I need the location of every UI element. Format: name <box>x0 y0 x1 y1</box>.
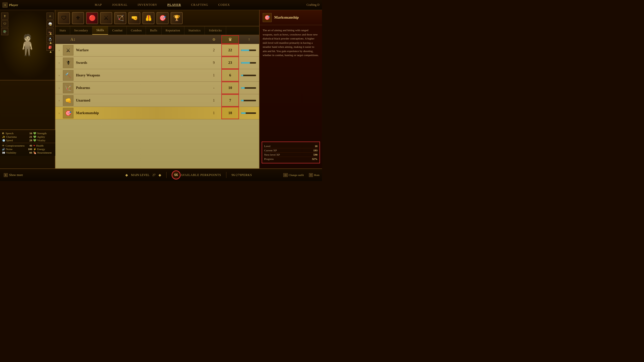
unarmed-expand[interactable]: › <box>55 99 63 102</box>
stat-speed-row: 💨Speed 28 <box>2 139 32 142</box>
player-icon: A <box>4 4 6 6</box>
polearms-expand[interactable]: › <box>55 86 63 90</box>
skill-row-unarmed[interactable]: › 👊 Unarmed 1 7 <box>55 94 259 107</box>
character-display: 🗡 🛡 🪖 🧍 ⚔ 🥋 👞 💍 🎒 ▲ ▲ ▲ ▲ <box>0 10 55 80</box>
right-panel-description: The art of aiming and hitting with range… <box>260 25 322 60</box>
perks-label: PERKS <box>242 173 252 177</box>
nav-center: MAP JOURNAL INVENTORY PLAYER CRAFTING CO… <box>21 3 304 7</box>
skills-header: A↕ ⚙ ♛ ↑ <box>55 35 259 44</box>
shield-icon-2[interactable]: ⚜ <box>72 12 84 24</box>
gear-icon: ⚙ <box>212 38 216 41</box>
shield-icon-5[interactable]: 🏹 <box>114 12 126 24</box>
shield-icon-1[interactable]: 🛡 <box>58 12 70 24</box>
main-level-value: 27 <box>152 173 155 177</box>
col-arrow-header: ↑ <box>239 37 259 42</box>
perk-points-circle: 66 <box>172 170 181 179</box>
heavy-weapons-expand[interactable]: › <box>55 73 63 77</box>
perk-divider-2 <box>226 172 226 178</box>
marksmanship-icon: 🎯 <box>63 108 73 118</box>
right-stat-progress-row: Progress 32% <box>264 157 317 161</box>
shield-icon-9[interactable]: 🏆 <box>171 12 183 24</box>
stat-vitality-label: 💚Vitality <box>33 139 46 142</box>
nav-journal[interactable]: JOURNAL <box>112 3 128 7</box>
stat-energy-label: ⚡Energy <box>33 148 45 151</box>
tab-reputation[interactable]: Reputation <box>162 26 184 35</box>
left-equipment-slots: 🗡 🛡 🪖 <box>1 13 8 35</box>
marksmanship-name: Marksmanship <box>76 111 206 115</box>
skill-row-heavy-weapons[interactable]: › 🔨 Heavy Weapons 1 6 <box>55 69 259 82</box>
crafting-shortcut-key: D <box>317 3 319 7</box>
show-more-area[interactable]: E Show more <box>0 173 27 177</box>
help-key: T <box>309 173 313 177</box>
nav-player[interactable]: PLAYER <box>167 3 181 7</box>
stat-noise-row: 🔊Noise 100 <box>2 147 32 151</box>
tab-combat[interactable]: Combat <box>108 26 127 35</box>
perk-points-value: 66 <box>174 173 178 177</box>
equip-slot-1[interactable]: 🗡 <box>1 13 8 20</box>
bottom-main-level-area: ◆ MAIN LEVEL 27 ◆ 66 AVAILABLE PERKPOINT… <box>55 169 322 181</box>
heavy-weapons-name: Heavy Weapons <box>76 73 206 77</box>
help-button[interactable]: T Hom <box>309 173 319 177</box>
shield-icon-6[interactable]: 🤜 <box>128 12 140 24</box>
perk-divider-1 <box>166 172 167 178</box>
level-info: ◆ MAIN LEVEL 27 ◆ <box>125 173 161 177</box>
level-up-arrow[interactable]: ▲ <box>49 23 52 27</box>
stat-conspicuousness-label: 👁Conspicuousness <box>2 144 25 147</box>
skill-row-swords[interactable]: › 🗡 Swords 9 23 <box>55 57 259 69</box>
stat-visibility-value: 66 <box>25 151 32 154</box>
tab-secondary[interactable]: Secondary <box>70 26 92 35</box>
skill-row-warfare[interactable]: › ⚔ Warfare 2 22 <box>55 44 259 57</box>
swords-bar-bg <box>241 62 256 64</box>
level-arrow-4[interactable]: ▲ <box>49 50 52 54</box>
warfare-xp: 22 <box>221 44 239 56</box>
shield-icon-8[interactable]: 🎯 <box>156 12 169 24</box>
show-more-label: Show more <box>9 173 23 177</box>
stat-visibility-row: 👀Visibility 66 <box>2 151 32 154</box>
stat-speech-label: 🗣Speech <box>2 132 14 135</box>
heavy-weapons-bar-col <box>239 75 259 76</box>
level-down-arrow[interactable]: ▲ <box>49 32 52 36</box>
tab-statistics[interactable]: Statistics <box>184 26 205 35</box>
stats-panel: 🗣Speech 16 ✨Charisma 21 💨Speed 28 👁Consp… <box>0 129 55 156</box>
equip-slot-r1[interactable]: ⚔ <box>47 13 54 20</box>
nav-codex[interactable]: CODEX <box>218 3 230 7</box>
shield-icon-4[interactable]: ⚔ <box>100 12 112 24</box>
tab-buffs[interactable]: Buffs <box>146 26 162 35</box>
swords-expand[interactable]: › <box>55 61 63 65</box>
stat-nourishment-label: 🍖Nourishment <box>33 151 52 154</box>
change-outfit-button[interactable]: O Change outfit <box>283 173 304 177</box>
warfare-expand[interactable]: › <box>55 48 63 52</box>
shield-icon-3[interactable]: 🔴 <box>86 12 98 24</box>
right-panel-title: Marksmanship <box>274 15 299 20</box>
swords-level: 9 <box>206 61 221 65</box>
marksmanship-expand[interactable]: › <box>55 111 63 115</box>
skill-row-marksmanship[interactable]: › 🎯 Marksmanship 1 18 <box>55 107 259 119</box>
stat-noise-value: 100 <box>25 148 32 151</box>
sort-icon[interactable]: A↕ <box>70 37 75 42</box>
equip-slot-3[interactable]: 🪖 <box>1 28 8 35</box>
tab-stats[interactable]: Stats <box>55 26 70 35</box>
nav-inventory[interactable]: INVENTORY <box>138 3 157 7</box>
tab-combos[interactable]: Combos <box>127 26 146 35</box>
perks-current: 96 <box>231 173 235 177</box>
skill-row-polearms[interactable]: › 🏹 Polearms - 10 <box>55 82 259 94</box>
heavy-weapons-level: 1 <box>206 73 221 77</box>
marksmanship-bar-fill <box>241 112 246 114</box>
equip-slot-2[interactable]: 🛡 <box>1 20 8 27</box>
tab-skills[interactable]: Skills <box>92 26 108 35</box>
nav-crafting[interactable]: CRAFTING <box>191 3 208 7</box>
right-panel-header: 🎯 Marksmanship <box>260 10 322 25</box>
left-panel: 🗡 🛡 🪖 🧍 ⚔ 🥋 👞 💍 🎒 ▲ ▲ ▲ ▲ 🗣Speech 16 <box>0 10 55 168</box>
stat-conspicuousness-value: 46 <box>25 144 32 147</box>
stats-columns: 🗣Speech 16 ✨Charisma 21 💨Speed 28 👁Consp… <box>2 131 53 154</box>
polearms-bar-bg <box>241 87 256 89</box>
player-icon-box: A <box>3 3 8 8</box>
shield-icon-7[interactable]: 🦺 <box>142 12 154 24</box>
marksmanship-xp: 18 <box>221 107 239 119</box>
stat-agility-label: 💚Agility <box>33 135 45 138</box>
tab-sidekicks[interactable]: Sidekicks <box>205 26 226 35</box>
polearms-level: - <box>206 86 221 90</box>
right-skill-icon: 🎯 <box>263 13 272 22</box>
level-arrow-3[interactable]: ▲ <box>49 41 52 45</box>
nav-map[interactable]: MAP <box>95 3 102 7</box>
